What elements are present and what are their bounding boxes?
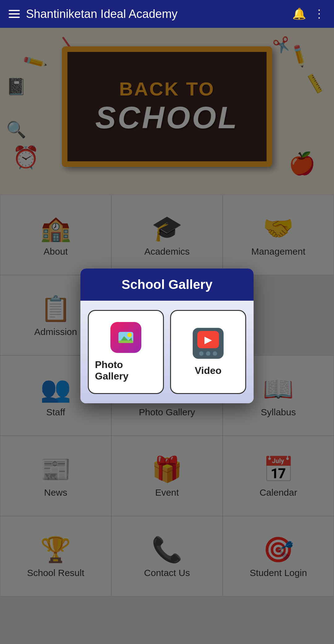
modal-header: School Gallery: [80, 269, 254, 301]
modal-overlay[interactable]: School Gallery Photo Ga: [0, 28, 334, 644]
video-option-label: Video: [195, 365, 222, 376]
svg-rect-3: [118, 341, 133, 343]
photo-gallery-option[interactable]: Photo Gallery: [88, 310, 164, 394]
modal-title: School Gallery: [93, 277, 241, 292]
photo-gallery-icon: [110, 322, 141, 353]
header-left: Shantiniketan Ideal Academy: [9, 7, 178, 21]
menu-button[interactable]: [9, 10, 20, 18]
svg-point-1: [127, 333, 132, 337]
modal-body: Photo Gallery ▶ Vid: [80, 301, 254, 403]
more-options-icon[interactable]: ⋮: [314, 7, 325, 20]
header: Shantiniketan Ideal Academy 🔔 ⋮: [0, 0, 334, 28]
video-option[interactable]: ▶ Video: [170, 310, 246, 394]
header-right: 🔔 ⋮: [292, 7, 325, 20]
app-title: Shantiniketan Ideal Academy: [26, 7, 178, 21]
video-icon: ▶: [193, 328, 224, 359]
notification-bell-icon[interactable]: 🔔: [292, 7, 306, 20]
school-gallery-modal: School Gallery Photo Ga: [80, 269, 254, 403]
photo-gallery-option-label: Photo Gallery: [95, 359, 157, 382]
